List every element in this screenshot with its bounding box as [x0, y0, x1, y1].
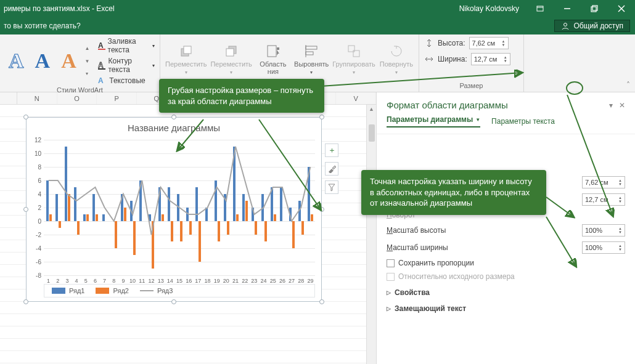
brush-icon	[327, 164, 336, 173]
chart-quick-tools: ＋	[325, 144, 338, 194]
funnel-icon	[327, 183, 336, 192]
select-all-cell[interactable]	[0, 92, 17, 104]
tell-me-bar: то вы хотите сделать? Общий доступ	[0, 17, 635, 34]
svg-rect-16	[226, 49, 234, 56]
send-backward-icon	[224, 44, 239, 59]
wordart-gallery-more[interactable]: ▲▼▾	[84, 46, 91, 76]
width-input[interactable]: 12,7 см▲▼	[471, 53, 510, 65]
vertical-scrollbar[interactable]: ▲	[366, 105, 376, 364]
collapse-ribbon-icon[interactable]: ˄	[626, 81, 630, 89]
resize-handle[interactable]	[23, 207, 28, 212]
user-name[interactable]: Nikolay Koldovsky	[452, 4, 526, 13]
share-button[interactable]: Общий доступ	[554, 20, 630, 32]
highlight-oval	[566, 81, 583, 95]
lock-aspect-checkbox[interactable]: Сохранить пропорции	[387, 256, 625, 270]
bring-forward-icon	[179, 44, 194, 59]
tell-me-text[interactable]: то вы хотите сделать?	[0, 22, 81, 30]
svg-rect-0	[537, 6, 543, 11]
chart-filters-button[interactable]	[325, 180, 338, 194]
svg-rect-4	[592, 6, 597, 10]
work-area: N O P Q R S T U V Название диаграммы -8-…	[0, 92, 635, 364]
resize-handle[interactable]	[23, 115, 28, 119]
text-outline-icon: A	[98, 61, 105, 70]
restore-button[interactable]	[581, 0, 608, 17]
close-button[interactable]	[608, 0, 635, 17]
pane-scale-height-label: Масштаб высоты	[387, 226, 582, 235]
share-icon	[561, 22, 570, 30]
width-icon	[424, 54, 434, 64]
pane-height-field[interactable]: 7,62 см▲▼	[582, 176, 625, 188]
wordart-style-1[interactable]: A	[5, 49, 28, 73]
svg-rect-17	[268, 46, 276, 57]
scrollbar-thumb[interactable]	[369, 124, 375, 142]
pane-scale-width-field[interactable]: 100%▲▼	[582, 241, 625, 254]
svg-rect-18	[277, 47, 279, 50]
tab-chart-options[interactable]: Параметры диаграммы▼	[387, 115, 480, 127]
y-axis: -8-6-4-2024681012	[29, 140, 44, 275]
format-pane: Формат области диаграммы ▾ ✕ Параметры д…	[376, 92, 635, 364]
resize-handle[interactable]	[319, 115, 324, 119]
wordart-style-3[interactable]: A	[57, 49, 80, 73]
height-label: Высота:	[438, 39, 465, 47]
worksheet[interactable]: N O P Q R S T U V Название диаграммы -8-…	[0, 92, 376, 364]
resize-handle[interactable]	[171, 115, 176, 119]
chart-elements-button[interactable]: ＋	[325, 144, 338, 157]
resize-handle[interactable]	[319, 207, 324, 212]
svg-rect-11	[98, 68, 105, 70]
size-group-label: Размер	[424, 81, 518, 92]
text-outline-button[interactable]: A Контур текста▾	[98, 57, 155, 74]
section-alt-text[interactable]: ▷Замещающий текст	[387, 299, 625, 315]
svg-text:A: A	[98, 76, 104, 85]
pane-dropdown-icon[interactable]: ▾	[609, 101, 613, 110]
svg-rect-19	[306, 46, 317, 49]
col-header[interactable]: N	[17, 92, 57, 104]
send-backward-button[interactable]: Переместить▾	[210, 43, 252, 75]
text-effects-icon: A	[98, 76, 107, 85]
chart-styles-button[interactable]	[325, 162, 338, 176]
chart-object[interactable]: Название диаграммы -8-6-4-2024681012 123…	[26, 117, 322, 302]
chart-title[interactable]: Название диаграммы	[27, 118, 321, 138]
chart-legend[interactable]: Ряд1 Ряд2 Ряд3	[44, 284, 315, 297]
bring-forward-button[interactable]: Переместить▾	[165, 43, 207, 75]
pane-close-icon[interactable]: ✕	[619, 101, 625, 110]
share-label: Общий доступ	[573, 22, 623, 30]
svg-rect-14	[184, 46, 191, 54]
wordart-styles-group: A A A ▲▼▾ A Заливка текста▾ A Контур тек…	[0, 34, 160, 92]
wordart-style-2[interactable]: A	[31, 49, 54, 73]
height-input[interactable]: 7,62 см▲▼	[469, 37, 509, 49]
selection-pane-button[interactable]: Областьния	[256, 43, 290, 75]
width-label: Ширина:	[438, 55, 467, 63]
resize-handle[interactable]	[319, 299, 324, 304]
minimize-button[interactable]	[554, 0, 581, 17]
group-button[interactable]: Группировать▾	[332, 43, 375, 75]
resize-handle[interactable]	[23, 299, 28, 304]
callout-precise-resize: Точная настройка указать ширину и высоту…	[361, 170, 546, 215]
pane-scale-width-label: Масштаб ширины	[387, 243, 582, 252]
text-fill-icon: A	[98, 41, 105, 50]
svg-point-7	[564, 23, 567, 26]
align-button[interactable]: Выровнять▾	[294, 43, 329, 75]
height-icon	[424, 38, 434, 48]
text-effects-button[interactable]: A Текстовые	[98, 76, 155, 85]
document-title: римеры по занятиям.xlsx - Excel	[0, 4, 452, 13]
pane-scale-height-field[interactable]: 100%▲▼	[582, 224, 625, 237]
svg-text:A: A	[98, 41, 104, 50]
svg-rect-20	[306, 52, 313, 55]
chart-plot-area[interactable]: -8-6-4-2024681012 1234567891011121314151…	[44, 140, 315, 275]
svg-rect-3	[591, 7, 596, 12]
tab-text-options[interactable]: Параметры текста	[491, 115, 555, 127]
col-header[interactable]: P	[97, 92, 137, 104]
relative-original-checkbox: Относительно исходного размера	[387, 270, 625, 283]
svg-rect-9	[98, 49, 105, 50]
rotate-button[interactable]: Повернуть▾	[379, 43, 414, 75]
pane-width-field[interactable]: 12,7 см▲▼	[582, 193, 625, 206]
section-properties[interactable]: ▷Свойства	[387, 283, 625, 299]
ribbon-display-options[interactable]	[526, 0, 554, 17]
col-header[interactable]: O	[57, 92, 97, 104]
size-group: Высота: 7,62 см▲▼ Ширина: 12,7 см▲▼ Разм…	[419, 34, 524, 92]
rotate-icon	[389, 44, 404, 59]
text-fill-button[interactable]: A Заливка текста▾	[98, 37, 155, 54]
col-header[interactable]: V	[336, 92, 376, 104]
resize-handle[interactable]	[171, 299, 176, 304]
svg-text:A: A	[98, 61, 104, 70]
